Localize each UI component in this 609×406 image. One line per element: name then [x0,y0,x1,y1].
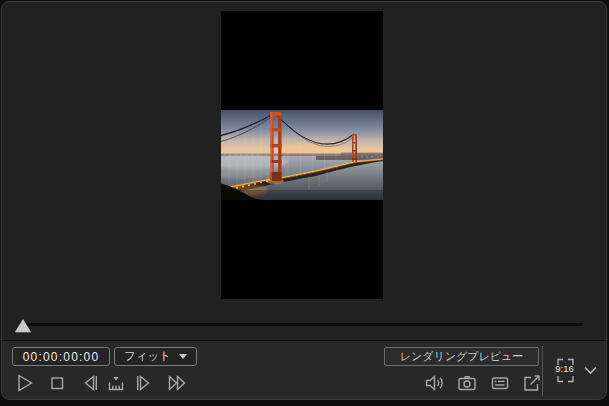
render-preview-label: レンダリングプレビュー [400,349,524,364]
stop-button[interactable] [43,371,71,395]
stop-icon [45,371,69,395]
undock-preview-icon [520,371,544,395]
previous-frame-icon [77,371,101,395]
display-zoom-label: フィット [124,349,171,364]
playhead-marker[interactable] [15,319,31,332]
controlbar-divider [542,346,543,396]
display-zoom-dropdown[interactable]: フィット [114,347,197,366]
bridge-photo [221,110,383,200]
next-frame-icon [133,371,157,395]
seek-ruler-icon [104,371,128,395]
seek-ruler-button[interactable] [102,371,130,395]
volume-button[interactable] [420,371,448,395]
dropdown-arrow-icon [179,354,187,359]
timecode-display[interactable]: 00:00:00:00 [12,347,110,366]
snapshot-camera-icon [455,371,479,395]
display-options-icon [488,371,512,395]
video-frame [221,11,383,299]
render-preview-button[interactable]: レンダリングプレビュー [384,347,539,366]
fast-forward-button[interactable] [163,371,191,395]
preview-area [2,2,606,339]
volume-icon [422,371,446,395]
aspect-ratio-selector[interactable]: 9:16 [546,353,604,393]
preview-panel: 00:00:00:00 フィット レンダリングプレビュー [1,1,607,400]
previous-frame-button[interactable] [75,371,103,395]
play-icon [12,371,36,395]
control-bar: 00:00:00:00 フィット レンダリングプレビュー [2,340,606,400]
next-frame-button[interactable] [131,371,159,395]
fast-forward-icon [165,371,189,395]
scrubber-track[interactable] [22,323,583,326]
play-button[interactable] [10,371,38,395]
aspect-ratio-label: 9:16 [546,363,583,374]
display-options-button[interactable] [486,371,514,395]
snapshot-button[interactable] [453,371,481,395]
chevron-down-icon [584,366,597,375]
timecode-value: 00:00:00:00 [23,350,100,364]
